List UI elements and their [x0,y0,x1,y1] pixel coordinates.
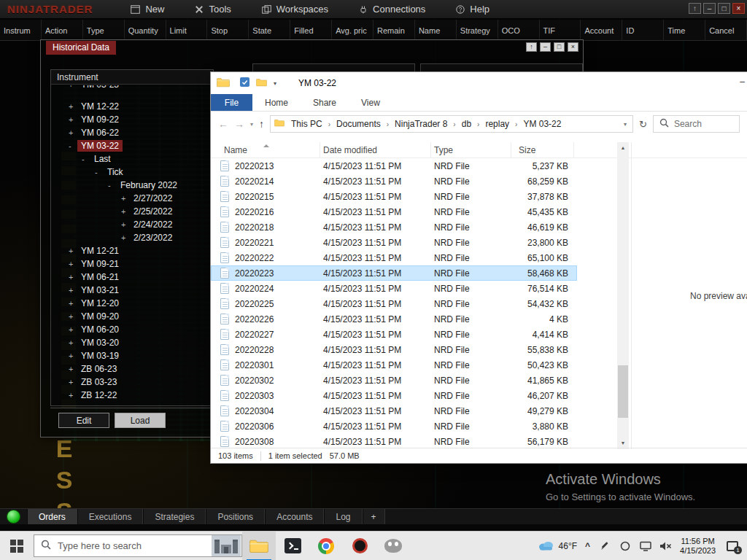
explorer-minimize-icon[interactable]: – [740,77,745,87]
tree-item-label[interactable]: 2/24/2022 [130,219,176,230]
tray-expand-chevron-icon[interactable]: ^ [585,541,590,551]
file-row[interactable]: 202202214/15/2023 11:51 PMNRD File23,800… [211,235,577,250]
tree-expander[interactable]: - [108,181,117,190]
tab-home[interactable]: Home [252,94,301,111]
file-row[interactable]: 202203014/15/2023 11:51 PMNRD File50,423… [211,357,577,373]
taskbar-console-app-icon[interactable] [276,532,309,560]
tree-expander[interactable]: - [95,168,104,176]
taskbar-gimp-icon[interactable] [376,532,410,560]
tree-expander[interactable]: + [69,391,77,400]
hd-pin-icon[interactable]: ↑ [526,42,537,52]
orders-column-action[interactable]: Action [42,20,83,40]
tree-item-label[interactable]: ZB 03-23 [77,376,120,388]
menu-new[interactable]: New [131,4,164,15]
load-button[interactable]: Load [115,413,166,428]
file-row[interactable]: 202202154/15/2023 11:51 PMNRD File37,878… [211,189,577,204]
tree-item[interactable]: +ZB 12-22 [51,389,213,402]
column-header-type[interactable]: Type [431,142,511,158]
tree-expander[interactable]: + [121,194,130,203]
file-row[interactable]: 202202224/15/2023 11:51 PMNRD File65,100… [211,250,577,265]
tree-item[interactable]: +YM 12-21 [51,244,213,257]
tree-item[interactable]: +YM 03-19 [51,349,213,362]
tree-item[interactable]: -Tick [51,166,213,179]
search-highlight-image[interactable] [211,535,241,556]
tree-item-label[interactable]: ZB 12-22 [77,389,120,401]
tree-item-label[interactable]: YM 12-20 [77,298,123,309]
tab-strategies[interactable]: Strategies [143,509,206,524]
tree-expander[interactable]: + [69,338,77,347]
menu-tools[interactable]: Tools [195,4,231,15]
orders-column-limit[interactable]: Limit [166,20,208,40]
tray-status-circle-icon[interactable] [619,540,631,552]
breadcrumb-segment[interactable]: Documents [331,118,386,130]
volume-muted-icon[interactable] [659,540,672,552]
hd-close-icon[interactable]: × [568,42,578,52]
tree-item-label[interactable]: YM 03-19 [77,350,123,362]
tab-orders[interactable]: Orders [27,509,77,524]
orders-column-avg-pric[interactable]: Avg. pric [332,20,374,40]
file-row[interactable]: 202203024/15/2023 11:51 PMNRD File41,865… [211,373,577,388]
tree-item[interactable]: +YM 06-20 [51,323,213,336]
tree-item-label[interactable]: YM 09-20 [77,311,123,322]
edit-button[interactable]: Edit [58,413,109,428]
menu-workspaces[interactable]: Workspaces [262,4,328,15]
up-icon[interactable]: ↑ [259,118,264,130]
tree-item[interactable]: +2/24/2022 [51,218,213,231]
pin-window-icon[interactable]: ↑ [689,3,701,14]
address-dropdown-icon[interactable]: ▾ [624,121,629,128]
tree-expander[interactable]: + [69,102,77,111]
connection-status-indicator[interactable] [7,510,20,524]
tree-item[interactable]: +YM 03-20 [51,336,213,349]
breadcrumb-segment[interactable]: replay [480,118,514,130]
orders-column-remain[interactable]: Remain [374,20,415,40]
tree-item[interactable]: -February 2022 [51,179,213,192]
back-icon[interactable]: ← [218,118,228,130]
tree-item-label[interactable]: YM 06-20 [77,324,123,335]
orders-column-time[interactable]: Time [664,20,705,40]
tab-share[interactable]: Share [301,94,349,111]
tab-view[interactable]: View [349,94,392,111]
tree-item[interactable]: +YM 06-21 [51,271,213,284]
column-header-date-modified[interactable]: Date modified [320,142,431,158]
tree-expander[interactable]: + [69,115,77,124]
taskbar-chrome-icon[interactable] [309,532,343,560]
tree-item-label[interactable]: YM 12-21 [77,245,123,257]
tab-positions[interactable]: Positions [206,509,265,524]
tree-item[interactable]: +YM 12-22 [51,100,213,113]
history-dropdown-icon[interactable]: ▾ [250,121,253,128]
tree-item-label[interactable]: YM 03-23 [77,85,123,90]
orders-column-strategy[interactable]: Strategy [457,20,498,40]
tree-expander[interactable]: + [69,351,77,360]
file-row[interactable]: 202202164/15/2023 11:51 PMNRD File45,435… [211,204,577,219]
close-window-icon[interactable]: × [732,3,745,14]
tree-item-label[interactable]: 2/23/2022 [130,232,176,244]
file-row[interactable]: 202202274/15/2023 11:51 PMNRD File4,414 … [211,327,577,342]
file-row[interactable]: 202203084/15/2023 11:51 PMNRD File56,179… [211,434,577,449]
tree-item-label[interactable]: YM 12-22 [77,101,123,112]
hd-maximize-icon[interactable]: □ [554,42,565,52]
tab-file[interactable]: File [211,94,252,111]
tree-item[interactable]: -Last [51,152,213,166]
orders-column-stop[interactable]: Stop [207,20,249,40]
file-row[interactable]: 202203034/15/2023 11:51 PMNRD File46,207… [211,388,577,403]
explorer-search-input[interactable]: Search [653,115,740,133]
hd-minimize-icon[interactable]: – [540,42,551,52]
qat-dropdown-icon[interactable]: ▾ [274,80,276,87]
breadcrumb-segment[interactable]: db [457,118,476,130]
file-row[interactable]: 202202244/15/2023 11:51 PMNRD File76,514… [211,281,577,296]
orders-column-name[interactable]: Name [415,20,457,40]
file-row[interactable]: 202202234/15/2023 11:51 PMNRD File58,468… [211,265,577,281]
taskbar-clock[interactable]: 11:56 PM 4/15/2023 [680,537,716,556]
file-row[interactable]: 202203064/15/2023 11:51 PMNRD File3,880 … [211,419,577,434]
tree-item[interactable]: +2/23/2022 [51,231,213,244]
tree-item-label[interactable]: YM 03-22 [77,140,123,152]
maximize-window-icon[interactable]: □ [718,3,730,14]
menu-help[interactable]: Help [456,4,489,15]
file-row[interactable]: 202202144/15/2023 11:51 PMNRD File68,259… [211,174,577,189]
weather-widget[interactable]: 46°F [538,540,577,553]
tree-item[interactable]: +2/25/2022 [51,205,213,218]
tree-item-label[interactable]: Last [90,153,115,165]
tree-item-label[interactable]: 2/25/2022 [130,206,176,217]
tab-accounts[interactable]: Accounts [265,509,324,524]
file-row[interactable]: 202203044/15/2023 11:51 PMNRD File49,279… [211,403,577,419]
